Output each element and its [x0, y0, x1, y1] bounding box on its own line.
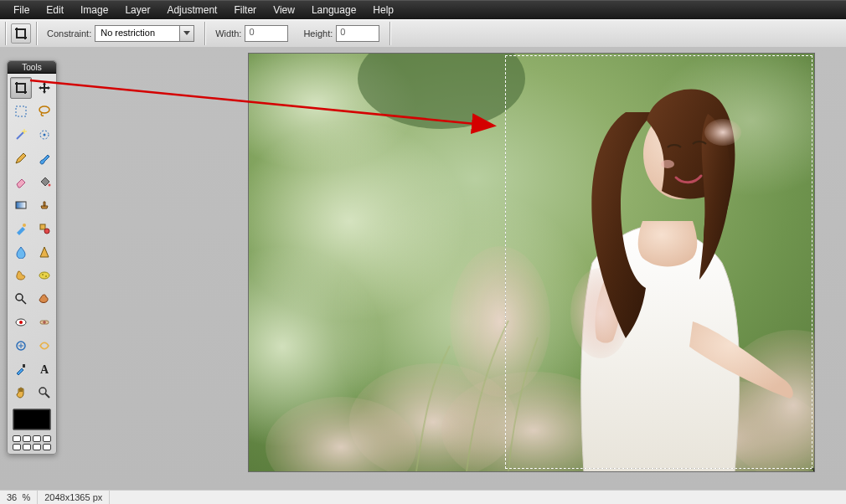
status-zoom-value: 36 — [7, 492, 17, 502]
svg-point-7 — [23, 224, 26, 227]
hand-icon — [14, 386, 28, 399]
tool-brush-select[interactable] — [34, 124, 55, 146]
svg-point-11 — [42, 274, 44, 275]
menu-view[interactable]: View — [265, 3, 303, 18]
svg-point-36 — [704, 119, 741, 146]
clone-stamp-icon — [38, 198, 51, 212]
svg-point-2 — [23, 131, 25, 132]
tool-hand[interactable] — [10, 382, 32, 404]
tool-marquee[interactable] — [10, 100, 32, 122]
tool-bloat[interactable] — [10, 335, 32, 357]
tool-crop[interactable] — [10, 77, 32, 99]
bloat-icon — [14, 339, 28, 352]
svg-point-4 — [44, 134, 46, 136]
red-eye-icon — [14, 316, 28, 329]
tool-type[interactable]: A — [34, 358, 55, 380]
tool-dodge[interactable] — [10, 288, 32, 310]
tool-lasso[interactable] — [34, 100, 55, 122]
tools-panel-title: Tools — [8, 61, 56, 74]
tool-wand[interactable] — [10, 124, 32, 146]
tool-pinch[interactable] — [34, 335, 55, 357]
brush-icon — [38, 152, 51, 165]
tool-blur[interactable] — [10, 241, 32, 263]
width-label: Width: — [215, 28, 241, 39]
svg-point-14 — [16, 319, 26, 326]
dodge-icon — [14, 292, 28, 306]
width-input[interactable]: 0 — [245, 25, 288, 42]
tool-spot-heal[interactable] — [34, 311, 55, 333]
svg-rect-6 — [16, 202, 26, 208]
menu-image[interactable]: Image — [72, 3, 116, 18]
tool-burn[interactable] — [34, 288, 55, 310]
tool-sponge[interactable] — [34, 265, 55, 286]
menu-filter[interactable]: Filter — [225, 3, 265, 18]
svg-point-3 — [40, 131, 49, 139]
shape-icon — [38, 222, 51, 235]
constraint-combo-button[interactable] — [179, 25, 194, 42]
active-tool-indicator — [11, 23, 31, 44]
svg-text:A: A — [40, 363, 49, 376]
optbar-divider — [5, 22, 6, 45]
menu-language[interactable]: Language — [303, 3, 364, 18]
height-input[interactable]: 0 — [336, 25, 379, 42]
tool-color-replace[interactable] — [10, 218, 32, 239]
foreground-color-swatch[interactable] — [13, 409, 51, 430]
constraint-combo-value: No restriction — [95, 25, 179, 42]
svg-point-20 — [39, 388, 46, 394]
svg-point-10 — [39, 272, 49, 279]
gradient-icon — [14, 198, 28, 212]
tools-foot — [8, 405, 56, 454]
svg-rect-16 — [40, 321, 49, 324]
status-zoom-suffix: % — [22, 492, 30, 502]
svg-point-5 — [49, 184, 51, 187]
wand-icon — [14, 128, 28, 141]
blur-icon — [14, 245, 28, 259]
svg-point-31 — [450, 246, 550, 397]
svg-point-15 — [19, 321, 23, 324]
tool-brush[interactable] — [34, 147, 55, 169]
lasso-icon — [38, 105, 51, 118]
tool-pencil[interactable] — [10, 147, 32, 169]
menu-layer[interactable]: Layer — [116, 3, 158, 18]
swatch-presets[interactable] — [13, 435, 51, 450]
burn-icon — [38, 292, 51, 306]
tools-panel[interactable]: Tools A — [7, 60, 57, 455]
tool-sharpen[interactable] — [34, 241, 55, 263]
chevron-down-icon — [183, 31, 190, 36]
tool-zoom[interactable] — [34, 382, 55, 404]
constraint-group: Constraint: No restriction — [42, 25, 199, 42]
status-dimensions: 2048x1365 px — [38, 491, 110, 504]
canvas-image — [249, 54, 814, 471]
tool-red-eye[interactable] — [10, 311, 32, 333]
menu-file[interactable]: File — [5, 3, 38, 18]
svg-point-12 — [45, 275, 47, 277]
constraint-label: Constraint: — [47, 28, 91, 39]
tool-eyedropper[interactable] — [10, 358, 32, 380]
tool-clone-stamp[interactable] — [34, 194, 55, 216]
tool-gradient[interactable] — [10, 194, 32, 216]
tool-drawing-shape[interactable] — [34, 218, 55, 239]
tool-paint-bucket[interactable] — [34, 171, 55, 193]
menu-adjustment[interactable]: Adjustment — [158, 3, 225, 18]
smudge-icon — [14, 269, 28, 282]
tool-eraser[interactable] — [10, 171, 32, 193]
eraser-icon — [14, 175, 28, 188]
menu-edit[interactable]: Edit — [38, 3, 72, 18]
status-bar: 36 % 2048x1365 px — [0, 490, 846, 504]
height-label: Height: — [303, 28, 333, 39]
svg-rect-18 — [23, 364, 25, 368]
optbar-divider — [36, 22, 37, 45]
options-bar: Constraint: No restriction Width: 0 Heig… — [0, 19, 846, 48]
crop-icon — [14, 81, 28, 95]
sharpen-icon — [38, 245, 51, 259]
tool-smudge[interactable] — [10, 265, 32, 286]
svg-rect-0 — [16, 106, 26, 116]
svg-point-17 — [17, 342, 25, 350]
menu-help[interactable]: Help — [364, 3, 402, 18]
tool-move[interactable] — [34, 77, 55, 99]
status-zoom: 36 % — [0, 491, 38, 504]
canvas[interactable] — [248, 53, 815, 472]
constraint-combo[interactable]: No restriction — [95, 25, 194, 42]
paint-bucket-icon — [38, 175, 51, 188]
menu-bar: File Edit Image Layer Adjustment Filter … — [0, 0, 846, 19]
